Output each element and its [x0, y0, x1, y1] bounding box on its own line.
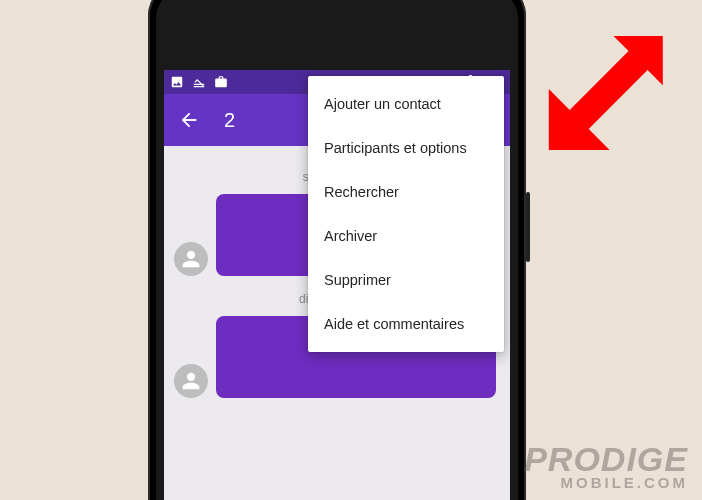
avatar[interactable]: [174, 364, 208, 398]
menu-item-search[interactable]: Rechercher: [308, 170, 504, 214]
conversation-title: 2: [224, 109, 235, 132]
phone-side-button: [526, 192, 530, 262]
checklist-icon: [192, 75, 206, 89]
phone-bezel: 4G 11:5 2 samedi 25 fé: [156, 0, 518, 500]
back-button[interactable]: [178, 109, 200, 131]
overflow-menu: Ajouter un contact Participants et optio…: [308, 76, 504, 352]
arrow-left-icon: [178, 109, 200, 131]
image-icon: [170, 75, 184, 89]
watermark: PRODIGE MOBILE.COM: [524, 443, 688, 490]
menu-item-help[interactable]: Aide et commentaires: [308, 302, 504, 346]
briefcase-icon: [214, 75, 228, 89]
watermark-line2: MOBILE.COM: [524, 476, 688, 490]
menu-item-add-contact[interactable]: Ajouter un contact: [308, 82, 504, 126]
phone-frame: 4G 11:5 2 samedi 25 fé: [148, 0, 526, 500]
person-icon: [181, 371, 201, 391]
screen: 4G 11:5 2 samedi 25 fé: [164, 70, 510, 500]
watermark-line1: PRODIGE: [524, 443, 688, 475]
menu-item-delete[interactable]: Supprimer: [308, 258, 504, 302]
menu-item-participants[interactable]: Participants et options: [308, 126, 504, 170]
person-icon: [181, 249, 201, 269]
svg-marker-3: [549, 36, 663, 150]
menu-item-archive[interactable]: Archiver: [308, 214, 504, 258]
svg-marker-1: [550, 44, 676, 144]
avatar[interactable]: [174, 242, 208, 276]
annotation-arrow-icon: [532, 36, 682, 186]
